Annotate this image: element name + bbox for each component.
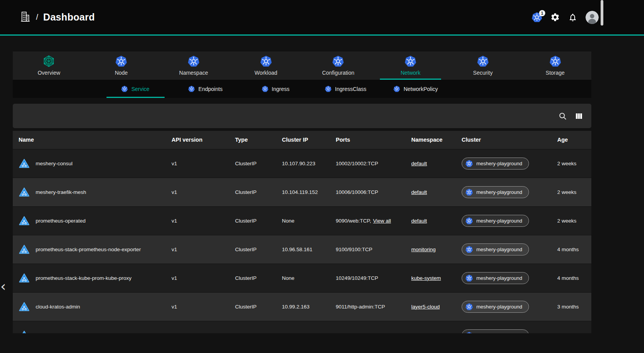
organization-icon[interactable] xyxy=(19,11,31,24)
cluster-chip[interactable]: meshery-playground xyxy=(462,272,529,284)
kubernetes-logo-icon xyxy=(465,160,473,167)
tab-overview[interactable]: Overview xyxy=(13,51,85,80)
cluster-name: meshery-playground xyxy=(476,275,522,281)
tab-label: Workload xyxy=(254,70,277,76)
api-version: v1 xyxy=(168,264,232,292)
column-header-type: Type xyxy=(232,131,279,149)
service-type: ClusterIP xyxy=(232,235,279,264)
user-avatar[interactable] xyxy=(586,11,599,24)
tab-label: Network xyxy=(400,70,420,76)
search-button[interactable] xyxy=(558,111,567,121)
service-type: ClusterIP xyxy=(232,264,279,292)
cluster-chip[interactable]: meshery-playground xyxy=(462,158,529,170)
column-header-ports: Ports xyxy=(333,131,408,149)
subtab-ingress[interactable]: Ingress xyxy=(240,80,311,98)
cluster-ip: None xyxy=(279,264,333,292)
tab-security[interactable]: Security xyxy=(447,51,519,80)
service-resource-icon xyxy=(19,330,30,333)
tab-label: Node xyxy=(115,70,127,76)
tab-node[interactable]: Node xyxy=(85,51,158,80)
ports: 9011/http-admin:TCP xyxy=(336,304,385,310)
service-resource-icon xyxy=(19,244,30,255)
cluster-chip[interactable]: meshery-playground xyxy=(462,243,529,255)
api-version: v1 xyxy=(168,292,232,321)
service-name: prometheus-stack-kube-prom-kube-proxy xyxy=(36,275,132,281)
namespace-link[interactable]: layer5-cloud xyxy=(411,304,440,310)
table-row: meshery-consul v1 ClusterIP 10.107.90.22… xyxy=(13,149,591,178)
service-name: cloud-kratos-admin xyxy=(36,304,80,310)
kubernetes-logo-icon xyxy=(260,55,272,67)
resource-category-tabs: Overview Node Namespace Workload Configu… xyxy=(13,51,591,80)
service-name: meshery-consul xyxy=(36,161,72,166)
subtab-endpoints[interactable]: Endpoints xyxy=(170,80,240,98)
cluster-chip[interactable]: meshery-playground xyxy=(462,186,529,198)
table-row: meshery-traefik-mesh v1 ClusterIP 10.104… xyxy=(13,178,591,206)
namespace-link[interactable]: meshery xyxy=(411,332,431,333)
cluster-name: meshery-playground xyxy=(476,247,522,252)
tab-label: Security xyxy=(473,70,493,76)
kubernetes-logo-icon xyxy=(465,188,473,196)
kubernetes-logo-icon xyxy=(115,55,127,67)
cluster-ip: 10.104.119.152 xyxy=(279,178,333,206)
subtab-ingressclass[interactable]: IngressClass xyxy=(311,80,381,98)
notifications-button[interactable] xyxy=(568,13,577,22)
column-header-cluster-ip: Cluster IP xyxy=(279,131,333,149)
settings-gear-icon xyxy=(550,12,560,22)
kubernetes-logo-icon xyxy=(465,332,473,333)
subtab-label: Endpoints xyxy=(198,86,222,92)
collapse-sidebar-icon[interactable]: ‹ xyxy=(0,279,6,293)
namespace-link[interactable]: kube-system xyxy=(411,275,441,281)
tab-configuration[interactable]: Configuration xyxy=(302,51,374,80)
column-header-namespace: Namespace xyxy=(408,131,459,149)
accent-divider xyxy=(0,34,644,36)
namespace-link[interactable]: default xyxy=(411,218,427,224)
tab-network[interactable]: Network xyxy=(374,51,447,80)
kubernetes-logo-icon xyxy=(393,86,400,92)
subtab-service[interactable]: Service xyxy=(100,80,170,98)
age: 4 months xyxy=(554,264,591,292)
api-version: v1 xyxy=(168,178,232,206)
view-columns-icon xyxy=(574,111,584,121)
service-resource-icon xyxy=(19,302,30,312)
table-row: prometheus-stack-kube-prom-kube-proxy v1… xyxy=(13,264,591,292)
scrollbar-thumb[interactable] xyxy=(601,0,603,26)
table-row: cloud-kratos-admin v1 ClusterIP 10.99.2.… xyxy=(13,292,591,321)
kubernetes-context-button[interactable]: 1 xyxy=(532,12,542,22)
cluster-chip[interactable]: meshery-playground xyxy=(462,215,529,227)
subtab-label: IngressClass xyxy=(335,86,366,92)
tab-namespace[interactable]: Namespace xyxy=(158,51,230,80)
ports: 10006/10006:TCP xyxy=(336,189,378,195)
tab-workload[interactable]: Workload xyxy=(230,51,302,80)
view-all-link[interactable]: View all xyxy=(373,218,391,224)
view-columns-button[interactable] xyxy=(574,111,584,121)
table-row: meshery meshery-playground xyxy=(13,321,591,333)
kubernetes-logo-icon xyxy=(262,86,268,92)
namespace-link[interactable]: default xyxy=(411,189,427,195)
cluster-name: meshery-playground xyxy=(476,218,522,224)
cluster-ip: 10.107.90.223 xyxy=(279,149,333,178)
service-resource-icon xyxy=(19,216,30,226)
person-icon xyxy=(586,11,599,24)
kubernetes-logo-icon xyxy=(405,55,416,67)
cluster-name: meshery-playground xyxy=(476,161,522,166)
cluster-name: meshery-playground xyxy=(476,304,522,310)
breadcrumb-separator: / xyxy=(36,13,38,22)
settings-button[interactable] xyxy=(550,12,560,22)
namespace-link[interactable]: monitoring xyxy=(411,247,436,252)
table-row: prometheus-stack-prometheus-node-exporte… xyxy=(13,235,591,264)
service-type: ClusterIP xyxy=(232,206,279,235)
cluster-chip[interactable]: meshery-playground xyxy=(462,301,529,313)
cluster-chip[interactable]: meshery-playground xyxy=(462,329,529,333)
namespace-link[interactable]: default xyxy=(411,161,427,166)
api-version: v1 xyxy=(168,149,232,178)
age: 4 months xyxy=(554,235,591,264)
age: 3 months xyxy=(554,292,591,321)
network-resource-subtabs: Service Endpoints Ingress IngressClass N… xyxy=(13,80,591,98)
ports: 9100/9100:TCP xyxy=(336,247,373,252)
main-content: Overview Node Namespace Workload Configu… xyxy=(13,51,591,333)
subtab-networkpolicy[interactable]: NetworkPolicy xyxy=(381,80,451,98)
tab-storage[interactable]: Storage xyxy=(519,51,591,80)
tab-label: Configuration xyxy=(322,70,354,76)
tab-label: Overview xyxy=(38,70,60,76)
service-name: meshery-traefik-mesh xyxy=(36,189,86,195)
